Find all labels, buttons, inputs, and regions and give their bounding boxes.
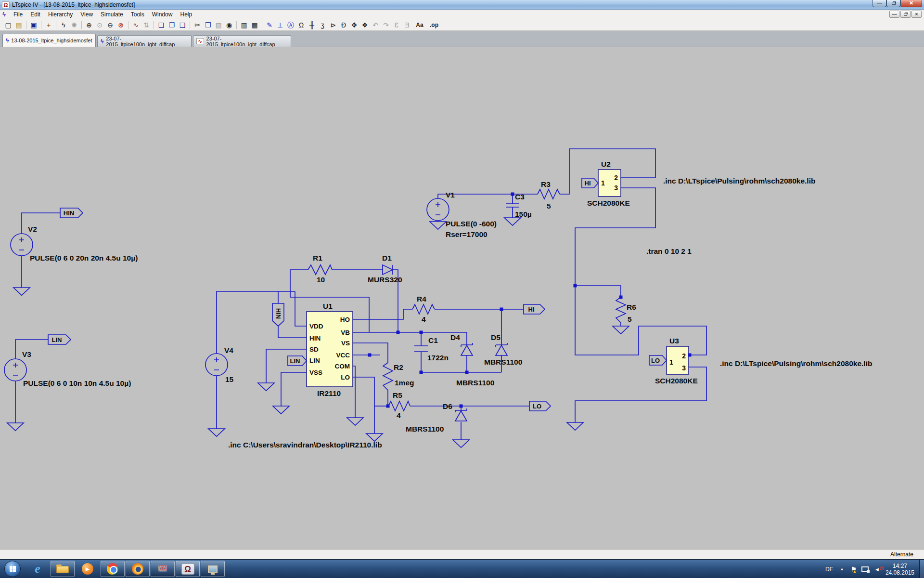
v3-value[interactable]: PULSE(0 6 0 10n 10n 4.5u 10µ) — [23, 379, 131, 387]
menu-simulate[interactable]: Simulate — [97, 10, 127, 19]
v4-name[interactable]: V4 — [224, 346, 233, 355]
d6-name[interactable]: D6 — [443, 402, 452, 410]
rotate-icon[interactable]: Ɛ — [391, 20, 402, 30]
menu-tools[interactable]: Tools — [127, 10, 148, 19]
menu-help[interactable]: Help — [176, 10, 196, 19]
v1-name[interactable]: V1 — [446, 191, 455, 199]
tab-igbt-diffcap-schematic[interactable]: ϟ 23-07-2015_ltpice100n_igbt_diffcap — [97, 35, 192, 47]
d6-value[interactable]: MBRS1100 — [406, 425, 444, 433]
schematic-document-icon[interactable]: ϟ — [2, 11, 6, 18]
resistor-icon[interactable]: Ω — [296, 20, 307, 30]
resistor-r1[interactable] — [308, 265, 332, 275]
r6-value[interactable]: 5 — [628, 315, 632, 323]
start-button[interactable] — [4, 561, 21, 577]
v2-value[interactable]: PULSE(0 6 0 20n 20n 4.5u 10µ) — [30, 254, 138, 262]
d5-value[interactable]: MBRS1100 — [484, 358, 522, 366]
r4-value[interactable]: 4 — [422, 315, 426, 323]
flag-lo-u3[interactable]: LO — [651, 357, 660, 364]
menu-edit[interactable]: Edit — [26, 10, 44, 19]
d4-value[interactable]: MBRS1100 — [456, 379, 494, 387]
restore-button[interactable] — [886, 0, 900, 7]
print-icon[interactable]: ▦ — [249, 20, 260, 30]
action-center-flag-icon[interactable]: ⚑▲ — [850, 565, 857, 573]
save-icon[interactable]: ▣ — [28, 20, 39, 30]
voltage-source-v3[interactable] — [4, 359, 26, 381]
halt-icon[interactable]: ✺ — [69, 20, 79, 30]
c1-name[interactable]: C1 — [428, 336, 438, 344]
mdi-close-button[interactable]: × — [911, 11, 922, 18]
resistor-r6[interactable] — [616, 297, 626, 323]
mail-icon[interactable]: ✉ — [151, 561, 175, 577]
r4-name[interactable]: R4 — [417, 295, 426, 303]
inductor-icon[interactable]: ʒ — [317, 20, 328, 30]
menu-hierarchy[interactable]: Hierarchy — [44, 10, 77, 19]
directive-inc-rohm-1[interactable]: .inc D:\LTspice\Pulsing\rohm\sch2080ke.l… — [663, 177, 815, 185]
d5-name[interactable]: D5 — [491, 333, 500, 342]
paste-icon[interactable]: ▨ — [213, 20, 224, 30]
move-icon[interactable]: ✥ — [349, 20, 359, 30]
flag-hi-out[interactable]: HI — [528, 306, 535, 313]
flag-hin-v2[interactable]: HIN — [64, 210, 74, 217]
capacitor-c3[interactable] — [506, 204, 519, 207]
resistor-r4[interactable] — [412, 304, 435, 314]
voltage-source-v1[interactable] — [427, 198, 449, 221]
capacitor-icon[interactable]: ╫ — [307, 20, 317, 30]
network-icon[interactable] — [861, 566, 869, 572]
v1-value2[interactable]: Rser=17000 — [446, 230, 488, 238]
minimize-button[interactable]: — — [873, 0, 886, 7]
remote-desktop-icon[interactable] — [201, 561, 225, 577]
menu-window[interactable]: Window — [148, 10, 177, 19]
flag-lin-u1[interactable]: LIN — [290, 357, 300, 365]
resistor-r3[interactable] — [538, 189, 560, 199]
u1-type[interactable]: IR2110 — [317, 389, 341, 397]
taskbar-clock[interactable]: 14:27 24.08.2015 — [886, 563, 914, 576]
mdi-restore-button[interactable] — [900, 11, 911, 18]
menu-view[interactable]: View — [77, 10, 97, 19]
d4-name[interactable]: D4 — [450, 333, 460, 342]
c3-name[interactable]: C3 — [515, 193, 525, 201]
text-icon[interactable]: Aa — [412, 20, 427, 30]
v1-value[interactable]: PULSE(0 -600) — [446, 220, 497, 228]
ground-icon[interactable]: ⊥ — [275, 20, 285, 30]
language-indicator[interactable]: DE — [825, 566, 834, 573]
ltspice-taskbar-icon[interactable]: Ω — [176, 561, 200, 577]
net-label-icon[interactable]: Ⓐ — [285, 20, 296, 30]
u1-name[interactable]: U1 — [323, 302, 333, 310]
directive-inc-rohm-2[interactable]: .inc D:\LTspice\Pulsing\rohm\sch2080ke.l… — [720, 359, 872, 368]
diode-d5[interactable] — [496, 343, 507, 355]
u2-name[interactable]: U2 — [601, 160, 611, 168]
r2-value[interactable]: 1meg — [395, 379, 414, 387]
tile-horizontal-icon[interactable]: ❐ — [167, 20, 177, 30]
new-schematic-icon[interactable]: ▢ — [3, 20, 13, 30]
r3-value[interactable]: 5 — [547, 202, 551, 210]
redo-icon[interactable]: ↷ — [381, 20, 391, 30]
spice-directive-icon[interactable]: .op — [427, 20, 441, 30]
chrome-icon[interactable] — [101, 561, 125, 577]
copy-icon[interactable]: ❒ — [203, 20, 213, 30]
cut-icon[interactable]: ✂ — [192, 20, 203, 30]
r3-name[interactable]: R3 — [541, 180, 551, 188]
diode-icon[interactable]: ⊳ — [328, 20, 338, 30]
undo-icon[interactable]: ↶ — [370, 20, 381, 30]
v3-name[interactable]: V3 — [22, 350, 31, 358]
diode-d1[interactable] — [383, 265, 393, 275]
flag-lo-out[interactable]: LO — [533, 403, 541, 410]
v2-name[interactable]: V2 — [28, 225, 37, 233]
zoom-out-icon[interactable]: ⊖ — [105, 20, 116, 30]
print-preview-icon[interactable]: ▥ — [239, 20, 249, 30]
mirror-icon[interactable]: Ǝ — [402, 20, 412, 30]
r1-value[interactable]: 10 — [317, 276, 325, 284]
show-desktop-button[interactable] — [919, 560, 924, 578]
close-button[interactable]: ✕ — [900, 0, 922, 7]
r1-name[interactable]: R1 — [313, 254, 322, 262]
internet-explorer-icon[interactable]: e — [26, 561, 50, 577]
resistor-r5[interactable] — [388, 401, 410, 411]
flag-lin-v3[interactable]: LIN — [52, 336, 62, 343]
c1-value[interactable]: 1722n — [427, 354, 449, 362]
resistor-r2[interactable] — [383, 363, 393, 390]
u3-type[interactable]: SCH2080KE — [655, 377, 698, 385]
mdi-minimize-button[interactable]: — — [889, 11, 899, 18]
tab-highsidemosfet[interactable]: ϟ 13-08-2015_ltpice_highsidemosfet — [2, 34, 96, 47]
flag-hin-u1[interactable]: HIN — [275, 308, 282, 319]
r2-name[interactable]: R2 — [394, 363, 403, 371]
